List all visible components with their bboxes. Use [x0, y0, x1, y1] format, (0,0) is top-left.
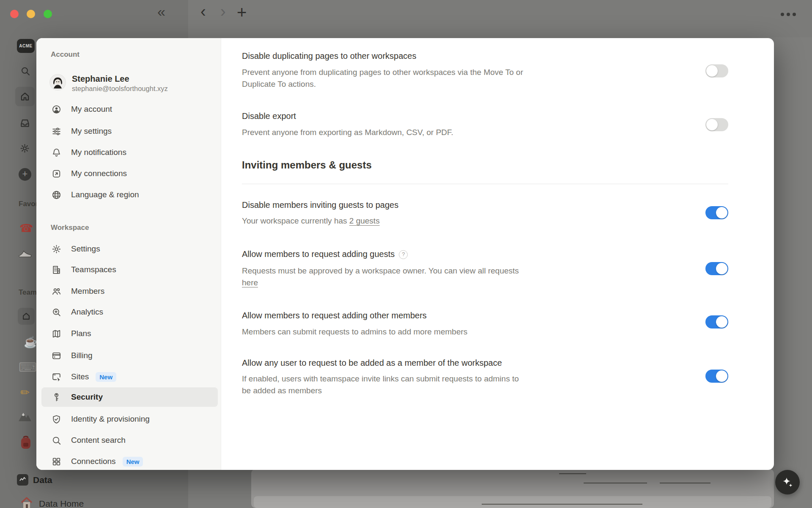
settings-sidebar: Account Stephanie Lee stephanie@toolsfor…	[36, 38, 221, 470]
account-section-label: Account	[51, 50, 80, 59]
toggle-knob	[716, 316, 727, 328]
magnifier-icon	[51, 435, 62, 446]
workspace-logo[interactable]: ACME	[17, 39, 35, 53]
sidebar-item-language-region[interactable]: Language & region	[41, 185, 218, 204]
sidebar-item-sites[interactable]: Sites New	[41, 367, 218, 387]
key-icon	[51, 392, 62, 403]
sidebar-item-analytics[interactable]: Analytics	[41, 302, 218, 322]
add-page-button[interactable]: +	[19, 168, 31, 181]
more-options-icon[interactable]	[780, 12, 798, 17]
sidebar-item-identity-provisioning[interactable]: Identity & provisioning	[41, 409, 218, 429]
minimize-window-button[interactable]	[27, 10, 35, 18]
user-email: stephanie@toolsforthought.xyz	[72, 85, 168, 93]
mountain-page-icon[interactable]	[18, 410, 32, 422]
forward-icon[interactable]: ›	[220, 3, 226, 19]
toggle-request-members[interactable]	[705, 315, 728, 329]
section-divider	[242, 184, 728, 184]
data-page-label[interactable]: Data	[33, 475, 52, 485]
magnifier-plus-icon	[51, 306, 62, 318]
team-home-item[interactable]	[18, 308, 35, 325]
setting-title: Disable duplicating pages to other works…	[242, 51, 416, 61]
setting-description: If enabled, users with teamspace invite …	[242, 373, 519, 385]
keyboard-page-icon[interactable]: ⌨	[19, 360, 37, 375]
guests-link[interactable]: 2 guests	[349, 216, 380, 225]
sidebar-item-label: Identity & provisioning	[71, 414, 150, 424]
sidebar-item-label: Security	[71, 392, 103, 402]
backpack-page-icon[interactable]	[19, 434, 32, 450]
new-badge: New	[96, 372, 116, 382]
phone-page-icon[interactable]: ☎	[19, 222, 33, 235]
toggle-request-guests[interactable]	[705, 262, 728, 275]
sidebar-item-label: My account	[71, 105, 112, 114]
setting-description: Duplicate To actions.	[242, 78, 316, 90]
pencil-page-icon[interactable]: ✏	[20, 386, 30, 399]
sliders-icon	[51, 126, 62, 137]
guest-count-text: Your workspace currently has	[242, 216, 349, 225]
person-circle-icon	[51, 104, 62, 115]
setting-description: Prevent anyone from duplicating pages to…	[242, 66, 523, 78]
sidebar-item-label: Settings	[71, 244, 100, 254]
sidebar-item-connections[interactable]: Connections New	[41, 452, 218, 470]
search-icon[interactable]	[20, 66, 30, 76]
setting-title: Allow members to request adding guests?	[242, 249, 408, 259]
toggle-disable-export[interactable]	[705, 118, 728, 131]
data-page-icon[interactable]	[17, 474, 28, 486]
people-icon	[51, 286, 62, 297]
zoom-window-button[interactable]	[44, 10, 52, 18]
sidebar-item-content-search[interactable]: Content search	[41, 431, 218, 450]
coffee-page-icon[interactable]: ☕	[24, 336, 37, 349]
sidebar-item-my-notifications[interactable]: My notifications	[41, 143, 218, 162]
new-tab-icon[interactable]: +	[237, 4, 247, 21]
inbox-icon[interactable]	[19, 118, 30, 129]
toggle-knob	[706, 65, 718, 77]
browser-cursor-icon	[51, 371, 62, 382]
toggle-knob	[706, 119, 718, 130]
sneaker-page-icon[interactable]	[18, 248, 32, 259]
sidebar-collapse-icon[interactable]: «	[157, 4, 165, 19]
user-name: Stephanie Lee	[72, 74, 129, 84]
sidebar-item-label: Sites	[71, 372, 89, 381]
sidebar-item-my-account[interactable]: My account	[41, 99, 218, 119]
ai-sparkle-button[interactable]	[775, 470, 800, 494]
sidebar-item-billing[interactable]: Billing	[41, 346, 218, 365]
sidebar-item-label: Language & region	[71, 190, 139, 199]
close-window-button[interactable]	[10, 10, 19, 18]
toggle-disable-duplicating[interactable]	[705, 64, 728, 77]
requests-here-link[interactable]: here	[242, 278, 258, 287]
sidebar-item-plans[interactable]: Plans	[41, 324, 218, 343]
app-topbar	[188, 0, 812, 37]
grid-icon	[51, 456, 62, 467]
shield-check-icon	[51, 414, 62, 425]
sidebar-item-my-settings[interactable]: My settings	[41, 121, 218, 141]
gear-icon	[51, 243, 62, 254]
bell-icon	[51, 147, 62, 158]
avatar	[50, 75, 66, 90]
settings-modal: Account Stephanie Lee stephanie@toolsfor…	[36, 38, 774, 470]
toggle-knob	[716, 263, 727, 274]
toggle-request-join-workspace[interactable]	[705, 370, 728, 383]
sidebar-item-settings[interactable]: Settings	[41, 239, 218, 259]
new-badge: New	[123, 457, 143, 467]
sidebar-item-my-connections[interactable]: My connections	[41, 164, 218, 183]
setting-description: Your workspace currently has 2 guests	[242, 215, 380, 227]
credit-card-icon	[51, 350, 62, 361]
sidebar-item-label: My connections	[71, 169, 127, 178]
sidebar-item-members[interactable]: Members	[41, 282, 218, 301]
setting-description: Prevent anyone from exporting as Markdow…	[242, 127, 453, 138]
toggle-knob	[716, 370, 727, 382]
sidebar-item-teamspaces[interactable]: Teamspaces	[41, 260, 218, 279]
setting-description: Members can submit requests to admins to…	[242, 326, 467, 338]
globe-icon	[51, 189, 62, 200]
setting-description: Requests must be approved by a workspace…	[242, 265, 519, 277]
data-home-page-icon[interactable]	[20, 497, 33, 508]
help-icon[interactable]: ?	[399, 250, 408, 259]
back-icon[interactable]: ‹	[200, 3, 206, 19]
map-icon	[51, 328, 62, 339]
toggle-disable-guest-invites[interactable]	[705, 206, 728, 219]
sidebar-item-label: Analytics	[71, 307, 103, 317]
settings-gear-icon[interactable]	[19, 143, 30, 154]
home-nav-item[interactable]	[15, 87, 35, 106]
data-home-page-label[interactable]: Data Home	[39, 499, 84, 508]
arrow-box-icon	[51, 168, 62, 179]
sidebar-item-security[interactable]: Security	[41, 387, 218, 407]
